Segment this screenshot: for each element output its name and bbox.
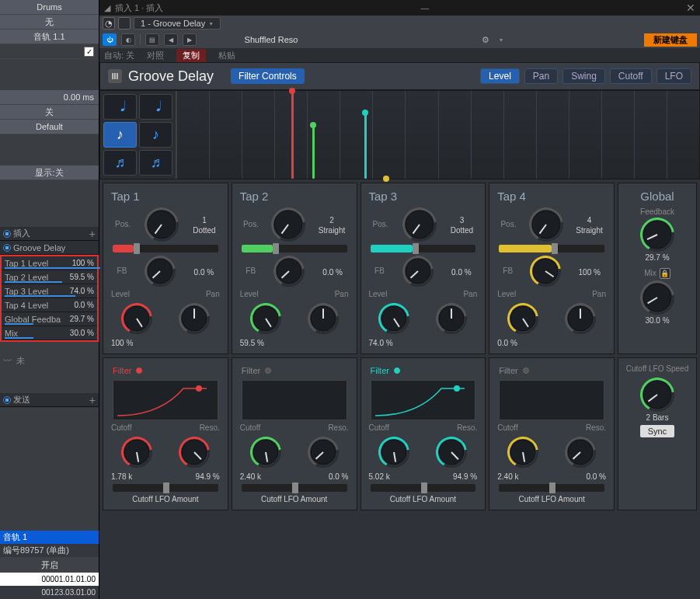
minimize-icon[interactable]: — [420, 3, 429, 12]
row-delay[interactable]: 0.00 ms [0, 90, 99, 105]
plugin-power-button[interactable]: ⏻ [103, 33, 117, 46]
level-knob[interactable] [507, 303, 538, 334]
feedback-knob[interactable] [622, 218, 693, 252]
note-half-button[interactable]: 𝅘𝅥 [139, 94, 172, 120]
filter-controls-button[interactable]: Filter Controls [231, 68, 305, 84]
checkbox[interactable]: ✓ [84, 47, 94, 57]
note-eighth-button[interactable]: ♪ [139, 122, 172, 148]
filter-enable-button[interactable] [394, 367, 400, 374]
pan-knob[interactable] [436, 303, 467, 334]
mode-cutoff-button[interactable]: Cutoff [610, 68, 652, 84]
copy-button[interactable]: 复制 [176, 49, 206, 62]
sync-button[interactable]: Sync [640, 425, 674, 437]
pos-slider[interactable] [499, 245, 604, 252]
level-knob[interactable] [121, 303, 152, 334]
mode-swing-button[interactable]: Swing [562, 68, 605, 84]
mode-pan-button[interactable]: Pan [524, 68, 558, 84]
pos-knob[interactable] [271, 207, 305, 242]
row-default[interactable]: Default [0, 120, 99, 134]
pos-slider[interactable] [371, 245, 476, 252]
lfo-amount-slider[interactable] [371, 484, 476, 492]
cutoff-knob[interactable] [250, 437, 281, 468]
paste-button[interactable]: 粘贴 [218, 50, 235, 61]
level-knob[interactable] [250, 303, 281, 334]
compare-button[interactable]: 对照 [147, 50, 164, 61]
reso-knob[interactable] [179, 437, 210, 468]
note-whole-button[interactable]: 𝅘𝅥 [103, 94, 137, 120]
pos-knob[interactable] [529, 207, 563, 242]
dropdown-icon[interactable]: ▼ [499, 37, 504, 43]
pan-knob[interactable] [179, 303, 210, 334]
power-icon[interactable] [3, 244, 11, 252]
pos-mode[interactable]: Straight [576, 226, 602, 235]
mode-lfo-button[interactable]: LFO [656, 68, 691, 84]
filter-display[interactable] [371, 380, 476, 420]
row-subtrack[interactable]: 音轨 1.1 [0, 30, 99, 44]
insert-slot[interactable]: Groove Delay [0, 241, 99, 255]
lfo-speed-knob[interactable] [622, 378, 693, 412]
mode-level-button[interactable]: Level [480, 68, 520, 84]
level-knob[interactable] [378, 303, 409, 334]
open-label[interactable]: 开启 [0, 557, 99, 573]
filter-enable-button[interactable] [523, 367, 529, 374]
power-icon[interactable] [3, 396, 11, 404]
preset-menu-icon[interactable]: ▤ [145, 33, 159, 46]
param-row[interactable]: Tap 4 Level0.0 % [2, 298, 97, 312]
selected-track[interactable]: 音轨 1 [0, 531, 99, 544]
lfo-amount-slider[interactable] [242, 484, 347, 492]
device-selector[interactable]: 1 - Groove Delay [134, 17, 221, 30]
note-thirtysecond-button[interactable]: ♬ [139, 150, 172, 176]
preset-next-icon[interactable]: ▶ [183, 33, 197, 46]
row-showoff[interactable]: 显示:关 [0, 165, 99, 180]
pan-knob[interactable] [565, 303, 596, 334]
cutoff-knob[interactable] [378, 437, 409, 468]
note-sixteenth-button[interactable]: ♬ [103, 150, 137, 176]
fb-knob[interactable] [402, 256, 434, 287]
pos-mode[interactable]: Dotted [193, 226, 215, 235]
time-start[interactable]: 00001.01.01.00 [0, 573, 99, 586]
pos-knob[interactable] [402, 207, 437, 242]
lfo-amount-slider[interactable] [499, 484, 604, 492]
lfo-amount-slider[interactable] [113, 484, 218, 492]
filter-display[interactable] [113, 380, 218, 420]
fb-knob[interactable] [145, 256, 176, 287]
param-row[interactable]: Tap 1 Level100 % [2, 256, 97, 270]
param-row[interactable]: Tap 3 Level74.0 % [2, 284, 97, 298]
song-name[interactable]: 编号89757 (单曲) [0, 544, 99, 557]
pos-mode[interactable]: Dotted [451, 226, 473, 235]
param-row[interactable]: Tap 2 Level59.5 % [2, 270, 97, 284]
pos-mode[interactable]: Straight [319, 226, 345, 235]
lock-icon[interactable]: 🔒 [660, 268, 670, 279]
new-keyboard-button[interactable]: 新建键盘 [644, 33, 697, 47]
cutoff-knob[interactable] [507, 437, 538, 468]
cutoff-knob[interactable] [121, 437, 152, 468]
add-send-icon[interactable]: + [89, 396, 96, 404]
reso-knob[interactable] [565, 437, 596, 468]
pin-icon[interactable]: ◢ [104, 3, 110, 13]
filter-display[interactable] [499, 380, 604, 420]
gear-icon[interactable]: ⚙ [482, 35, 489, 45]
power-icon[interactable] [3, 230, 11, 238]
filter-enable-button[interactable] [136, 367, 142, 374]
add-insert-icon[interactable]: + [89, 230, 96, 238]
pos-slider[interactable] [113, 245, 218, 252]
close-icon[interactable]: ✕ [686, 2, 695, 14]
param-row[interactable]: Mix30.0 % [2, 326, 97, 340]
note-quarter-button[interactable]: ♪ [103, 122, 137, 148]
activity-icon[interactable]: ◐ [121, 33, 135, 46]
reso-knob[interactable] [436, 437, 467, 468]
automation-toggle[interactable]: 自动: 关 [104, 50, 134, 61]
pin-toggle-icon[interactable]: ◔ [103, 17, 115, 30]
row-none[interactable]: 无 [0, 15, 99, 30]
pan-knob[interactable] [308, 303, 339, 334]
preset-name[interactable]: Shuffled Reso [201, 35, 341, 44]
pos-slider[interactable] [242, 245, 347, 252]
beat-grid[interactable] [176, 91, 699, 179]
reso-knob[interactable] [308, 437, 339, 468]
preset-prev-icon[interactable]: ◀ [164, 33, 178, 46]
expand-icon[interactable] [118, 17, 131, 30]
pos-knob[interactable] [145, 207, 179, 242]
filter-enable-button[interactable] [265, 367, 271, 374]
track-name[interactable]: Drums [0, 0, 99, 15]
row-off[interactable]: 关 [0, 105, 99, 120]
